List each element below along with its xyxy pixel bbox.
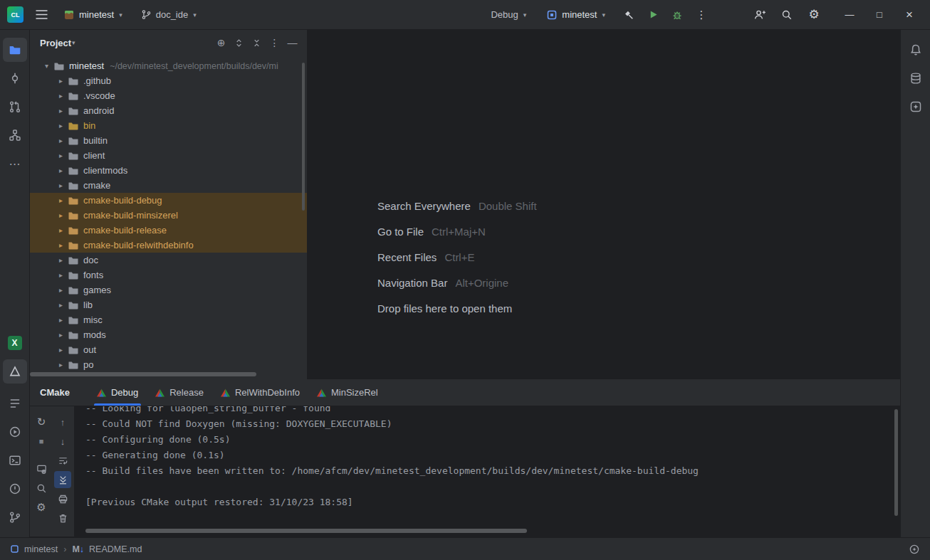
hide-tool-window-button[interactable]: — <box>283 34 301 52</box>
tree-item-label: .vscode <box>83 90 115 101</box>
tree-item[interactable]: ▸ bin <box>30 118 307 133</box>
stop-icon[interactable]: ■ <box>33 433 50 450</box>
sidebar-cmake-button[interactable] <box>3 359 27 384</box>
add-user-button[interactable] <box>749 4 770 26</box>
sidebar-problems-button[interactable] <box>3 477 27 501</box>
search-console-icon[interactable] <box>33 480 50 497</box>
build-button[interactable] <box>618 4 639 26</box>
clear-all-icon[interactable] <box>54 509 71 527</box>
tree-root-row[interactable]: ▾ minetest ~/dev/minetest_development/bu… <box>30 58 307 73</box>
soft-wrap-icon[interactable] <box>54 452 71 469</box>
tree-item[interactable]: ▸ builtin <box>30 133 307 148</box>
main-menu-button[interactable] <box>31 4 52 26</box>
more-vertical-icon: ⋮ <box>696 9 707 21</box>
tree-item-label: android <box>83 105 114 116</box>
sidebar-project-button[interactable] <box>3 38 27 62</box>
cmake-profile-tab[interactable]: Debug <box>88 379 147 406</box>
tree-item[interactable]: ▸ cmake-build-release <box>30 223 307 238</box>
run-config-selector[interactable]: minetest ▾ <box>540 4 611 26</box>
sidebar-sheets-button[interactable]: X <box>3 331 27 355</box>
project-horizontal-scrollbar[interactable] <box>30 372 256 376</box>
tree-item[interactable]: ▸ mods <box>30 327 307 342</box>
ai-assistant-button[interactable] <box>904 95 928 119</box>
tree-item[interactable]: ▸ .vscode <box>30 88 307 103</box>
tree-item-label: cmake-build-minsizerel <box>83 210 178 221</box>
tree-item[interactable]: ▸ cmake-build-relwithdebinfo <box>30 238 307 253</box>
tree-item[interactable]: ▸ misc <box>30 312 307 327</box>
branch-selector[interactable]: doc_ide ▾ <box>135 4 202 26</box>
reload-cmake-icon[interactable]: ↻ <box>33 413 50 430</box>
scroll-to-end-icon[interactable] <box>54 471 71 488</box>
project-title[interactable]: Project <box>40 38 71 48</box>
folder-icon <box>68 135 79 147</box>
sidebar-pull-requests-button[interactable] <box>3 95 27 119</box>
tree-item[interactable]: ▸ cmake <box>30 178 307 193</box>
tree-item[interactable]: ▸ .github <box>30 73 307 88</box>
build-hammer-icon <box>623 9 634 21</box>
tree-item[interactable]: ▸ doc <box>30 253 307 268</box>
tree-item[interactable]: ▸ clientmods <box>30 163 307 178</box>
prev-message-icon[interactable]: ↑ <box>54 413 71 430</box>
tree-item[interactable]: ▸ fonts <box>30 268 307 282</box>
minetest-project-icon <box>63 9 75 21</box>
settings-button[interactable]: ⚙ <box>803 4 825 26</box>
database-button[interactable] <box>904 66 928 90</box>
cmake-triangle-icon <box>155 389 164 397</box>
tree-item[interactable]: ▸ po <box>30 357 307 372</box>
close-button[interactable]: × <box>894 0 924 30</box>
project-vertical-scrollbar[interactable] <box>302 63 305 211</box>
cmake-profile-tab[interactable]: Release <box>147 379 212 406</box>
maximize-button[interactable]: □ <box>864 0 894 30</box>
tree-item[interactable]: ▸ games <box>30 282 307 297</box>
debug-button[interactable] <box>667 4 688 26</box>
project-selector[interactable]: minetest ▾ <box>58 4 128 26</box>
collapse-all-button[interactable] <box>248 34 266 52</box>
cmake-settings-icon[interactable] <box>33 460 50 477</box>
statusbar-ai-button[interactable] <box>909 544 920 555</box>
folder-icon <box>68 315 79 326</box>
tree-item[interactable]: ▸ out <box>30 342 307 357</box>
hint-label: Drop files here to open them <box>377 302 512 315</box>
git-branch-icon <box>141 9 152 20</box>
cmake-profile-tab[interactable]: RelWithDebInfo <box>212 379 308 406</box>
sidebar-structure-button[interactable] <box>3 123 27 147</box>
search-button[interactable] <box>776 4 798 26</box>
notifications-button[interactable] <box>904 38 928 62</box>
cmake-console[interactable]: -- Looking for luaopen_string_buffer - f… <box>74 406 900 537</box>
sidebar-run-button[interactable] <box>3 420 27 444</box>
cmake-profile-tab[interactable]: MinSizeRel <box>308 379 387 406</box>
cmake-profile-tab-label: MinSizeRel <box>331 387 378 398</box>
run-button[interactable] <box>642 4 664 26</box>
tree-item[interactable]: ▸ android <box>30 103 307 118</box>
folder-icon <box>68 120 79 132</box>
console-horizontal-scrollbar[interactable] <box>85 529 527 533</box>
tree-item[interactable]: ▸ lib <box>30 297 307 312</box>
expand-all-button[interactable] <box>230 34 248 52</box>
sidebar-commit-button[interactable] <box>3 66 27 90</box>
shortcut-hint-row: Go to File Ctrl+Maj+N <box>377 218 537 244</box>
tree-item[interactable]: ▸ client <box>30 148 307 163</box>
folder-icon <box>68 285 79 296</box>
console-vertical-scrollbar[interactable] <box>894 409 898 516</box>
sidebar-git-button[interactable] <box>3 505 27 529</box>
print-icon[interactable] <box>54 490 71 507</box>
next-message-icon[interactable]: ↓ <box>54 433 71 450</box>
gear-icon: ⚙ <box>808 7 819 22</box>
titlebar-run-controls: Debug ▾ minetest ▾ ⋮ <box>485 4 712 26</box>
breadcrumb-file[interactable]: M↓ README.md <box>72 544 142 554</box>
run-mode-selector[interactable]: Debug ▾ <box>485 4 532 26</box>
folder-icon <box>68 195 79 206</box>
project-more-button[interactable]: ⋮ <box>266 34 283 52</box>
locate-file-button[interactable]: ⊕ <box>212 34 230 52</box>
minimize-button[interactable]: — <box>835 0 864 30</box>
breadcrumb-project[interactable]: minetest <box>10 544 58 554</box>
sidebar-terminal-button[interactable] <box>3 448 27 472</box>
tree-item[interactable]: ▸ cmake-build-debug <box>30 193 307 208</box>
sidebar-more-button[interactable]: ⋯ <box>3 152 27 176</box>
close-icon: × <box>906 8 913 22</box>
sidebar-todo-button[interactable] <box>3 391 27 416</box>
tree-item[interactable]: ▸ cmake-build-minsizerel <box>30 208 307 223</box>
console-settings-gear-icon[interactable]: ⚙ <box>33 499 50 516</box>
tree-item-label: out <box>83 344 96 355</box>
more-actions-button[interactable]: ⋮ <box>691 4 712 26</box>
